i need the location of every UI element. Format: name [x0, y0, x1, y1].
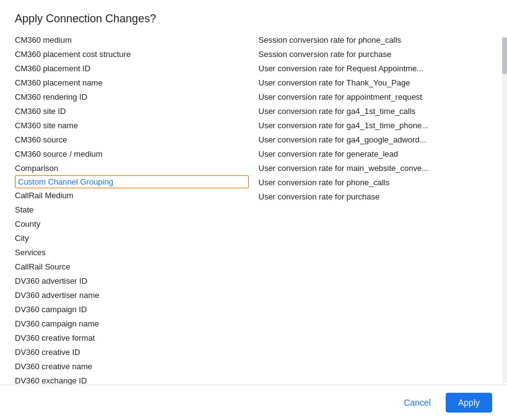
list-item[interactable]: User conversion rate for Thank_You_Page: [259, 76, 493, 90]
list-item[interactable]: City: [15, 231, 249, 245]
list-item[interactable]: DV360 exchange ID: [15, 374, 249, 385]
list-item[interactable]: Comparison: [15, 161, 249, 175]
list-item[interactable]: Session conversion rate for purchase: [259, 47, 493, 61]
list-item[interactable]: User conversion rate for ga4_1st_time_ph…: [259, 118, 493, 133]
list-item[interactable]: User conversion rate for appointment_req…: [259, 90, 493, 104]
list-item[interactable]: DV360 creative format: [15, 331, 249, 345]
list-item[interactable]: CM360 site name: [15, 118, 249, 133]
list-item[interactable]: User conversion rate for main_website_co…: [259, 161, 493, 175]
left-column: CM360 mediumCM360 placement cost structu…: [15, 33, 259, 385]
list-item[interactable]: CM360 placement ID: [15, 61, 249, 76]
list-item[interactable]: User conversion rate for ga4_1st_time_ca…: [259, 104, 493, 118]
list-item[interactable]: CallRail Medium: [15, 188, 249, 203]
cancel-button[interactable]: Cancel: [394, 393, 441, 413]
list-item[interactable]: County: [15, 217, 249, 231]
list-item[interactable]: CM360 medium: [15, 33, 249, 47]
apply-connection-changes-dialog: Apply Connection Changes? CM360 mediumCM…: [0, 0, 507, 420]
dialog-header: Apply Connection Changes?: [0, 0, 507, 33]
list-item[interactable]: DV360 campaign ID: [15, 302, 249, 317]
list-item[interactable]: CM360 rendering ID: [15, 90, 249, 104]
list-item[interactable]: User conversion rate for purchase: [259, 190, 493, 204]
dialog-content: CM360 mediumCM360 placement cost structu…: [0, 33, 507, 385]
list-item[interactable]: CM360 placement cost structure: [15, 47, 249, 61]
list-item[interactable]: CallRail Source: [15, 260, 249, 274]
dialog-footer: Cancel Apply: [0, 385, 507, 420]
list-item[interactable]: User conversion rate for Request Appoint…: [259, 61, 493, 76]
list-item[interactable]: DV360 advertiser name: [15, 288, 249, 302]
list-item[interactable]: DV360 creative ID: [15, 345, 249, 359]
list-item[interactable]: Services: [15, 245, 249, 260]
list-item[interactable]: State: [15, 203, 249, 217]
scrollbar-track: [502, 37, 507, 383]
scrollbar-thumb[interactable]: [502, 37, 507, 74]
list-item[interactable]: CM360 source: [15, 133, 249, 147]
list-item[interactable]: DV360 campaign name: [15, 317, 249, 331]
list-item[interactable]: Custom Channel Grouping: [15, 175, 249, 188]
list-item[interactable]: DV360 advertiser ID: [15, 274, 249, 288]
right-column: Session conversion rate for phone_callsS…: [259, 33, 493, 385]
dialog-title: Apply Connection Changes?: [15, 12, 492, 25]
list-item[interactable]: User conversion rate for ga4_google_adwo…: [259, 133, 493, 147]
list-item[interactable]: Session conversion rate for phone_calls: [259, 33, 493, 47]
apply-button[interactable]: Apply: [446, 393, 492, 413]
list-item[interactable]: CM360 site ID: [15, 104, 249, 118]
list-item[interactable]: DV360 creative name: [15, 359, 249, 374]
list-item[interactable]: User conversion rate for generate_lead: [259, 147, 493, 161]
list-item[interactable]: CM360 placement name: [15, 76, 249, 90]
list-item[interactable]: CM360 source / medium: [15, 147, 249, 161]
list-item[interactable]: User conversion rate for phone_calls: [259, 175, 493, 190]
